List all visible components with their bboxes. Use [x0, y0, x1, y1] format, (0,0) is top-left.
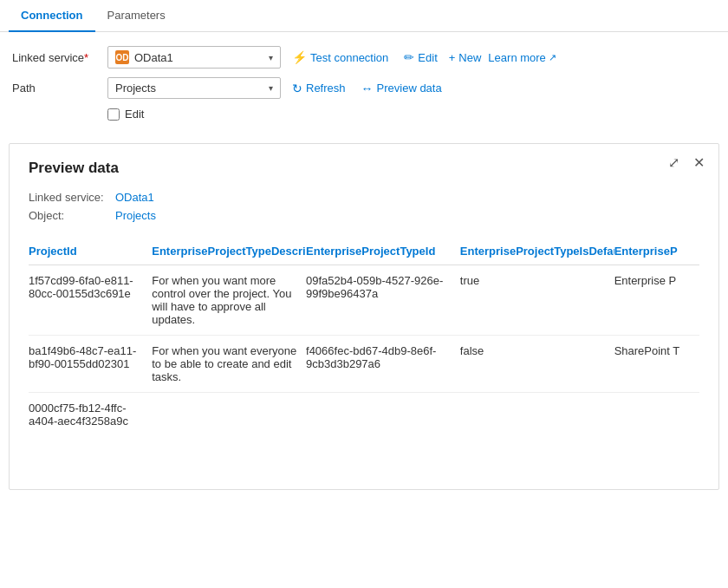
col-header-typeid: EnterpriseProjectTypeId — [306, 238, 460, 265]
cell-isdefault-3 — [460, 393, 614, 437]
cell-desc-2: For when you want everyone to be able to… — [152, 336, 306, 393]
expand-button[interactable]: ⤢ — [665, 153, 683, 173]
meta-linked-service-value[interactable]: OData1 — [115, 191, 154, 204]
linked-service-label: Linked service* — [12, 51, 107, 64]
edit-linked-service-button[interactable]: ✏ Edit — [400, 48, 441, 67]
meta-object-value[interactable]: Projects — [115, 209, 156, 222]
table-row: 0000cf75-fb12-4ffc-a404-aec4f3258a9c — [29, 393, 699, 437]
panel-controls: ⤢ ✕ — [665, 153, 708, 173]
edit-checkbox-label: Edit — [125, 108, 144, 121]
chevron-down-icon: ▾ — [269, 53, 273, 62]
col-header-projectid: ProjectId — [29, 238, 152, 265]
meta-linked-service-label: Linked service: — [29, 191, 115, 204]
tab-bar: Connection Parameters — [0, 0, 728, 32]
cell-typeid-1: 09fa52b4-059b-4527-926e-99f9be96437a — [306, 265, 460, 336]
path-value: Projects — [115, 82, 156, 95]
close-button[interactable]: ✕ — [690, 153, 708, 173]
tab-parameters[interactable]: Parameters — [95, 0, 178, 32]
cell-ep-1: Enterprise P — [614, 265, 699, 336]
linked-service-row: Linked service* OD OData1 ▾ ⚡ Test conne… — [12, 46, 716, 69]
edit-checkbox-row: Edit — [107, 108, 716, 121]
linked-service-dropdown[interactable]: OD OData1 ▾ — [107, 46, 281, 69]
cell-projectid-1: 1f57cd99-6fa0-e811-80cc-00155d3c691e — [29, 265, 152, 336]
path-label: Path — [12, 82, 107, 95]
form-area: Linked service* OD OData1 ▾ ⚡ Test conne… — [0, 32, 728, 136]
path-row: Path Projects ▾ ↻ Refresh ↔ Preview data — [12, 77, 716, 99]
cell-typeid-3 — [306, 393, 460, 437]
lightning-icon: ⚡ — [292, 50, 307, 64]
refresh-icon: ↻ — [292, 82, 302, 95]
table-row: ba1f49b6-48c7-ea11-bf90-00155dd02301 For… — [29, 336, 699, 393]
odata-icon: OD — [115, 50, 129, 64]
cell-desc-1: For when you want more control over the … — [152, 265, 306, 336]
edit-checkbox[interactable] — [107, 108, 120, 121]
col-header-ep: EnterpriseP — [614, 238, 699, 265]
plus-icon: + — [449, 51, 456, 64]
tab-connection[interactable]: Connection — [9, 0, 95, 32]
cell-isdefault-1: true — [460, 265, 614, 336]
learn-more-button[interactable]: Learn more ↗ — [488, 51, 556, 64]
path-controls: Projects ▾ ↻ Refresh ↔ Preview data — [107, 77, 446, 99]
test-connection-button[interactable]: ⚡ Test connection — [288, 48, 393, 67]
new-button[interactable]: + New — [449, 51, 482, 64]
pencil-icon: ✏ — [404, 50, 414, 64]
cell-ep-3 — [614, 393, 699, 437]
chevron-down-icon: ▾ — [269, 83, 273, 93]
meta-object-row: Object: Projects — [29, 209, 699, 222]
preview-data-button[interactable]: ↔ Preview data — [357, 79, 446, 98]
cell-projectid-2: ba1f49b6-48c7-ea11-bf90-00155dd02301 — [29, 336, 152, 393]
col-header-desc: EnterpriseProjectTypeDescription — [152, 238, 306, 265]
meta-object-label: Object: — [29, 209, 115, 222]
cell-ep-2: SharePoint T — [614, 336, 699, 393]
data-table: ProjectId EnterpriseProjectTypeDescripti… — [29, 238, 699, 436]
cell-desc-3 — [152, 393, 306, 437]
preview-panel: ⤢ ✕ Preview data Linked service: OData1 … — [9, 143, 719, 490]
linked-service-controls: OD OData1 ▾ ⚡ Test connection ✏ Edit + N… — [107, 46, 556, 69]
table-row: 1f57cd99-6fa0-e811-80cc-00155d3c691e For… — [29, 265, 699, 336]
col-header-isdefault: EnterpriseProjectTypeIsDefault — [460, 238, 614, 265]
cell-projectid-3: 0000cf75-fb12-4ffc-a404-aec4f3258a9c — [29, 393, 152, 437]
cell-isdefault-2: false — [460, 336, 614, 393]
refresh-button[interactable]: ↻ Refresh — [288, 79, 350, 98]
external-link-icon: ↗ — [549, 52, 556, 63]
meta-linked-service-row: Linked service: OData1 — [29, 191, 699, 204]
preview-icon: ↔ — [361, 82, 374, 95]
table-header-row: ProjectId EnterpriseProjectTypeDescripti… — [29, 238, 699, 265]
linked-service-value: OData1 — [134, 51, 173, 64]
path-dropdown[interactable]: Projects ▾ — [107, 77, 281, 99]
cell-typeid-2: f4066fec-bd67-4db9-8e6f-9cb3d3b297a6 — [306, 336, 460, 393]
preview-title: Preview data — [29, 160, 699, 177]
